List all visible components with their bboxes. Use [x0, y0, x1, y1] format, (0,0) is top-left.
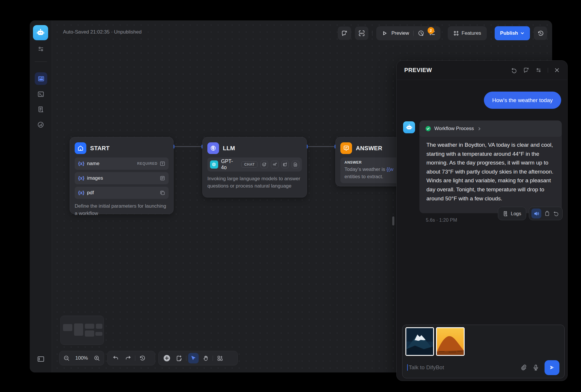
- run-history-icon[interactable]: [418, 30, 425, 37]
- version-history-button[interactable]: [534, 27, 547, 40]
- message-actions: Logs: [498, 207, 563, 220]
- publish-button[interactable]: Publish: [495, 26, 530, 40]
- chat-clear-icon[interactable]: [523, 67, 529, 73]
- group-divider: [186, 356, 186, 361]
- sidebar-item-logs[interactable]: [37, 106, 45, 113]
- group-divider: [413, 31, 414, 36]
- env-icon: ENV: [358, 30, 365, 37]
- sidebar-item-settings[interactable]: [37, 45, 45, 53]
- mountain-sunset-image: [437, 328, 464, 355]
- settings-sliders-icon[interactable]: [536, 67, 542, 73]
- node-llm[interactable]: LLM GPT-4o CHAT: [202, 137, 307, 197]
- panel-resize-handle[interactable]: [392, 216, 394, 225]
- answer-variable-token: {{w: [386, 167, 393, 172]
- send-button[interactable]: [545, 360, 559, 375]
- restart-icon[interactable]: [511, 67, 517, 73]
- minimap-node: [95, 332, 102, 336]
- attachment-thumbnail-fuji[interactable]: [405, 327, 434, 356]
- llm-node-icon: [207, 142, 219, 154]
- node-start[interactable]: START {x} name REQUIRED {x} images {x} p…: [70, 137, 174, 214]
- start-node-icon: [75, 142, 86, 154]
- field-name: images: [87, 175, 103, 181]
- speaker-icon: [534, 211, 539, 216]
- checklist-badge: 2: [428, 27, 434, 34]
- mountain-night-image: [406, 328, 433, 355]
- regenerate-icon[interactable]: [553, 211, 559, 216]
- openai-logo: [211, 162, 217, 167]
- llm-model-selector[interactable]: GPT-4o CHAT: [207, 158, 302, 172]
- node-llm-description: Invoking large language models to answer…: [207, 175, 302, 190]
- add-node-button[interactable]: [162, 353, 172, 363]
- pointer-mode-button[interactable]: [188, 353, 199, 363]
- add-note-button[interactable]: [174, 353, 184, 363]
- voice-input-button[interactable]: [533, 364, 539, 371]
- zoom-in-button[interactable]: [93, 353, 101, 363]
- files-icon: [160, 190, 165, 195]
- success-check-icon: [425, 126, 431, 132]
- env-variables-button[interactable]: ENV: [355, 27, 368, 40]
- attach-file-button[interactable]: [521, 364, 527, 371]
- bot-message-card: Workflow Process The weather in Boydton,…: [419, 120, 562, 213]
- start-field-images[interactable]: {x} images: [75, 172, 169, 184]
- vision-capability-icon: [260, 161, 268, 168]
- history-controls: [107, 351, 155, 365]
- attachment-thumbnail-sunset[interactable]: [436, 327, 465, 356]
- chat-check-icon: [343, 145, 349, 151]
- close-icon[interactable]: [554, 67, 560, 73]
- change-history-button[interactable]: [137, 353, 148, 363]
- zoom-in-icon: [94, 355, 100, 361]
- edge-start-llm: [174, 146, 202, 147]
- robot-icon: [36, 28, 45, 37]
- logs-button[interactable]: Logs: [498, 207, 526, 220]
- node-start-description: Define the initial parameters for launch…: [75, 202, 169, 217]
- start-field-name[interactable]: {x} name REQUIRED: [75, 158, 169, 170]
- zoom-level[interactable]: 100%: [74, 355, 89, 361]
- preview-run-label[interactable]: Preview: [391, 30, 409, 36]
- workflow-process-toggle[interactable]: Workflow Process: [419, 120, 562, 137]
- sidebar-divider: [35, 62, 47, 62]
- canvas-minimap[interactable]: [60, 316, 104, 345]
- chevron-right-icon: [477, 127, 482, 131]
- bot-message-text: The weather in Boydton, VA today is clea…: [419, 137, 562, 203]
- topbar-divider: [372, 31, 372, 36]
- clear-debug-button[interactable]: [338, 27, 351, 40]
- sidebar-item-monitoring[interactable]: [37, 121, 45, 128]
- redo-icon: [125, 355, 131, 361]
- paragraph-icon: [160, 176, 165, 181]
- message-tools: [529, 207, 563, 220]
- node-llm-title: LLM: [223, 145, 235, 152]
- sidebar-item-orchestrate[interactable]: [35, 72, 47, 85]
- redo-button[interactable]: [123, 353, 133, 363]
- checklist-button[interactable]: 2: [429, 30, 436, 37]
- zoom-out-button[interactable]: [62, 353, 71, 363]
- document-capability-icon: [292, 161, 299, 168]
- terminal-icon: [37, 91, 44, 98]
- chat-input-row: [402, 357, 564, 378]
- microphone-icon: [533, 364, 539, 371]
- audio-capability-icon: [271, 161, 279, 168]
- undo-button[interactable]: [111, 353, 121, 363]
- organize-nodes-button[interactable]: [215, 353, 225, 363]
- group-divider: [135, 356, 135, 361]
- start-field-pdf[interactable]: {x} pdf: [75, 187, 169, 199]
- bot-avatar: [403, 121, 415, 133]
- publish-label: Publish: [500, 30, 518, 36]
- image-plus-icon: [262, 162, 267, 167]
- node-start-header: START: [70, 137, 173, 158]
- autosave-status: Auto-Saved 21:02:35 · Unpublished: [63, 29, 141, 35]
- variable-icon: {x}: [78, 176, 84, 181]
- header-divider: [548, 68, 548, 73]
- hand-mode-button[interactable]: [200, 353, 211, 363]
- speak-button[interactable]: [531, 209, 541, 218]
- play-icon[interactable]: [382, 31, 387, 36]
- chat-input[interactable]: [407, 364, 515, 371]
- features-button[interactable]: Features: [448, 26, 487, 40]
- minimap-node: [63, 324, 72, 331]
- app-logo[interactable]: [33, 25, 48, 40]
- attached-images: [402, 325, 564, 356]
- node-start-title: START: [90, 145, 110, 152]
- preview-title: PREVIEW: [404, 67, 432, 74]
- copy-icon[interactable]: [544, 211, 550, 216]
- sidebar-item-terminal[interactable]: [37, 90, 45, 98]
- collapse-sidebar-button[interactable]: [37, 355, 45, 363]
